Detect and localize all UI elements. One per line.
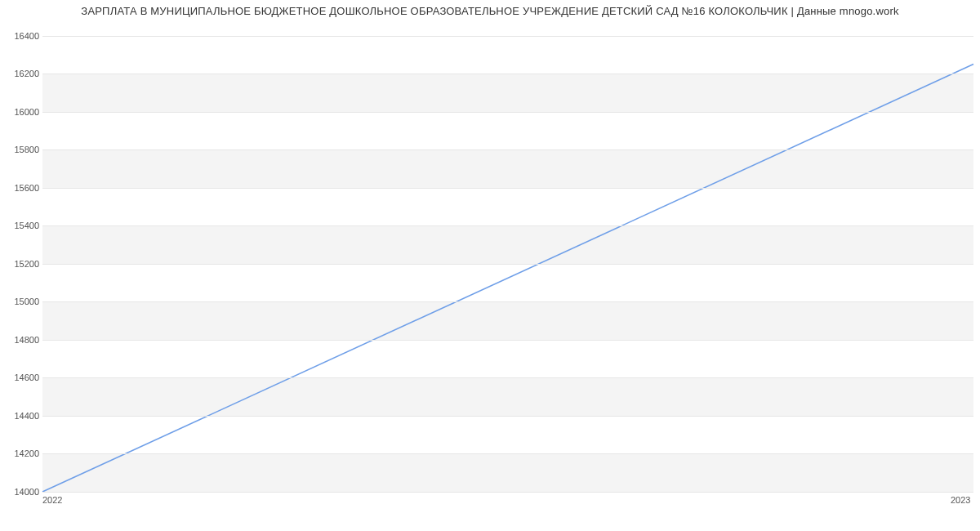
y-tick-label: 16200 <box>3 69 39 78</box>
chart-line-layer <box>42 26 973 492</box>
gridline <box>42 492 973 493</box>
x-tick-label: 2023 <box>951 495 970 505</box>
gridline <box>42 225 973 226</box>
gridline <box>42 112 973 113</box>
y-tick-label: 16000 <box>3 107 39 117</box>
y-tick-label: 14200 <box>3 448 39 458</box>
gridline <box>42 377 973 378</box>
gridline <box>42 453 973 454</box>
chart-title: ЗАРПЛАТА В МУНИЦИПАЛЬНОЕ БЮДЖЕТНОЕ ДОШКО… <box>0 5 980 17</box>
gridline <box>42 264 973 265</box>
gridline <box>42 340 973 341</box>
y-tick-label: 15200 <box>3 259 39 269</box>
y-tick-label: 14600 <box>3 373 39 382</box>
y-tick-label: 15600 <box>3 183 39 193</box>
y-tick-label: 14000 <box>3 487 39 497</box>
gridline <box>42 74 973 74</box>
y-tick-label: 16400 <box>3 31 39 41</box>
x-tick-label: 2022 <box>42 495 62 505</box>
y-tick-label: 14800 <box>3 335 39 345</box>
y-tick-label: 15800 <box>3 145 39 154</box>
y-tick-label: 15400 <box>3 221 39 230</box>
gridline <box>42 188 973 189</box>
y-tick-label: 15000 <box>3 297 39 306</box>
y-tick-label: 14400 <box>3 411 39 421</box>
plot-area <box>42 26 973 493</box>
gridline <box>42 301 973 302</box>
series-line <box>42 65 973 492</box>
gridline <box>42 416 973 417</box>
chart-container: ЗАРПЛАТА В МУНИЦИПАЛЬНОЕ БЮДЖЕТНОЕ ДОШКО… <box>0 0 980 531</box>
gridline <box>42 36 973 37</box>
gridline <box>42 149 973 150</box>
